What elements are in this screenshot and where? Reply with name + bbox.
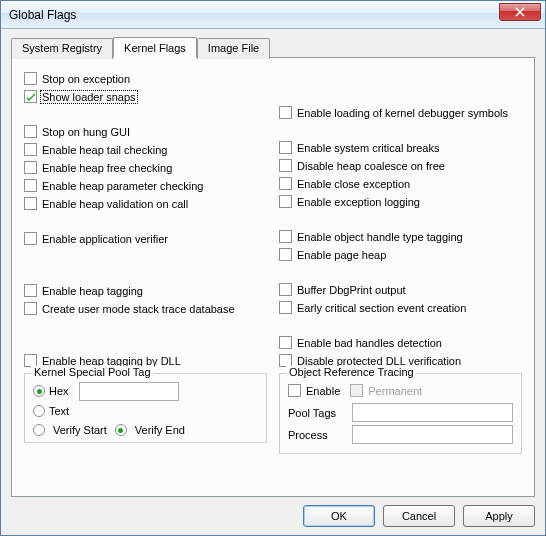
stop-on-exception-label: Stop on exception <box>42 73 130 85</box>
heap-tail-label: Enable heap tail checking <box>42 144 167 156</box>
dialog-buttons: OK Cancel Apply <box>11 497 535 531</box>
pool-tags-input[interactable] <box>352 403 513 422</box>
kernel-pool-tag-title: Kernel Special Pool Tag <box>31 366 154 378</box>
early-cs-label: Early critical section event creation <box>297 302 466 314</box>
show-loader-snaps-label: Show loader snaps <box>40 90 138 104</box>
stop-on-exception-checkbox[interactable] <box>24 72 37 85</box>
kernel-flags-panel: Stop on exception Show loader snaps Stop… <box>11 57 535 497</box>
stack-trace-db-label: Create user mode stack trace database <box>42 303 235 315</box>
sys-crit-label: Enable system critical breaks <box>297 142 439 154</box>
obj-handle-tag-label: Enable object handle type tagging <box>297 231 463 243</box>
hex-radio[interactable] <box>33 385 45 397</box>
stop-on-hung-gui-checkbox[interactable] <box>24 125 37 138</box>
object-reference-tracing-group: Object Reference Tracing Enable Permanen… <box>279 373 522 454</box>
ort-enable-label: Enable <box>306 385 340 397</box>
buffer-dbg-checkbox[interactable] <box>279 283 292 296</box>
ort-title: Object Reference Tracing <box>286 366 417 378</box>
buffer-dbg-label: Buffer DbgPrint output <box>297 284 406 296</box>
global-flags-window: Global Flags System Registry Kernel Flag… <box>0 0 546 536</box>
disable-coalesce-checkbox[interactable] <box>279 159 292 172</box>
tab-image-file[interactable]: Image File <box>197 38 270 59</box>
process-input[interactable] <box>352 425 513 444</box>
heap-param-checkbox[interactable] <box>24 179 37 192</box>
window-title: Global Flags <box>9 8 76 22</box>
heap-tagging-label: Enable heap tagging <box>42 285 143 297</box>
load-kdbg-label: Enable loading of kernel debugger symbol… <box>297 107 508 119</box>
disable-dll-verify-label: Disable protected DLL verification <box>297 355 461 367</box>
close-icon <box>515 7 525 17</box>
right-column: Enable loading of kernel debugger symbol… <box>279 70 522 454</box>
heap-validation-checkbox[interactable] <box>24 197 37 210</box>
app-verifier-checkbox[interactable] <box>24 232 37 245</box>
heap-free-checkbox[interactable] <box>24 161 37 174</box>
tab-kernel-flags[interactable]: Kernel Flags <box>113 37 197 58</box>
bad-handles-checkbox[interactable] <box>279 336 292 349</box>
disable-coalesce-label: Disable heap coalesce on free <box>297 160 445 172</box>
apply-button[interactable]: Apply <box>463 505 535 527</box>
ort-permanent-checkbox <box>350 384 363 397</box>
show-loader-snaps-checkbox[interactable] <box>24 90 37 103</box>
close-exc-label: Enable close exception <box>297 178 410 190</box>
pool-tags-label: Pool Tags <box>288 407 348 419</box>
bad-handles-label: Enable bad handles detection <box>297 337 442 349</box>
heap-tag-dll-label: Enable heap tagging by DLL <box>42 355 181 367</box>
page-heap-checkbox[interactable] <box>279 248 292 261</box>
text-radio[interactable] <box>33 405 45 417</box>
app-verifier-label: Enable application verifier <box>42 233 168 245</box>
verify-end-label: Verify End <box>135 424 185 436</box>
heap-free-label: Enable heap free checking <box>42 162 172 174</box>
hex-label: Hex <box>49 385 69 397</box>
heap-param-label: Enable heap parameter checking <box>42 180 203 192</box>
kernel-pool-tag-group: Kernel Special Pool Tag Hex Text Verif <box>24 373 267 443</box>
close-button[interactable] <box>499 3 541 21</box>
verify-end-radio[interactable] <box>115 424 127 436</box>
load-kdbg-checkbox[interactable] <box>279 106 292 119</box>
pool-tag-input[interactable] <box>79 382 179 401</box>
ort-permanent-label: Permanent <box>368 385 422 397</box>
exc-logging-checkbox[interactable] <box>279 195 292 208</box>
left-column: Stop on exception Show loader snaps Stop… <box>24 70 267 454</box>
ort-enable-checkbox[interactable] <box>288 384 301 397</box>
verify-start-radio[interactable] <box>33 424 45 436</box>
obj-handle-tag-checkbox[interactable] <box>279 230 292 243</box>
sys-crit-checkbox[interactable] <box>279 141 292 154</box>
process-label: Process <box>288 429 348 441</box>
heap-tagging-checkbox[interactable] <box>24 284 37 297</box>
tab-strip: System Registry Kernel Flags Image File <box>11 37 535 58</box>
titlebar: Global Flags <box>1 1 545 29</box>
cancel-button[interactable]: Cancel <box>383 505 455 527</box>
stack-trace-db-checkbox[interactable] <box>24 302 37 315</box>
ok-button[interactable]: OK <box>303 505 375 527</box>
stop-on-hung-gui-label: Stop on hung GUI <box>42 126 130 138</box>
page-heap-label: Enable page heap <box>297 249 386 261</box>
heap-validation-label: Enable heap validation on call <box>42 198 188 210</box>
verify-start-label: Verify Start <box>53 424 107 436</box>
close-exc-checkbox[interactable] <box>279 177 292 190</box>
exc-logging-label: Enable exception logging <box>297 196 420 208</box>
text-label: Text <box>49 405 69 417</box>
heap-tail-checkbox[interactable] <box>24 143 37 156</box>
dialog-content: System Registry Kernel Flags Image File … <box>1 29 545 535</box>
early-cs-checkbox[interactable] <box>279 301 292 314</box>
tab-system-registry[interactable]: System Registry <box>11 38 113 59</box>
